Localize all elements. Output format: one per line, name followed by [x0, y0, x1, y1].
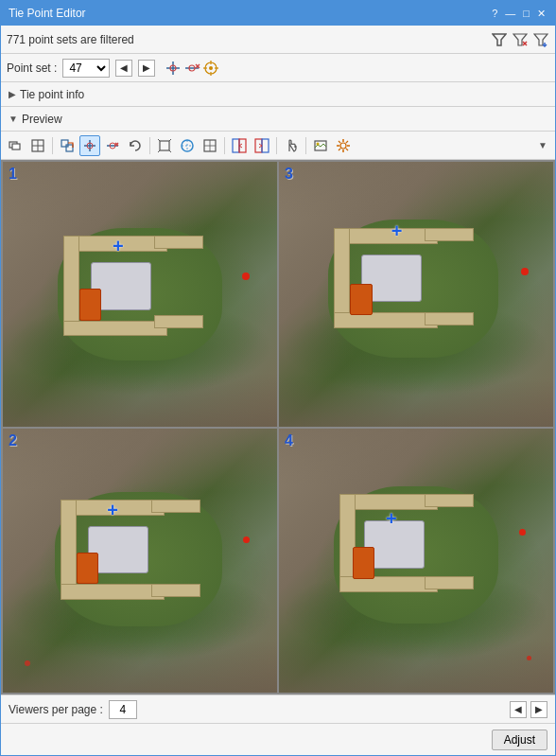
tie-point-info-label: Tie point info: [20, 88, 84, 101]
tie-point-info-arrow: ▶: [9, 89, 16, 99]
preview-toolbar: ▼: [1, 132, 555, 160]
svg-point-45: [317, 142, 320, 145]
next-page-button[interactable]: ▶: [530, 701, 547, 718]
grid-tool-svg: [30, 138, 45, 153]
filter-status-text: 771 point sets are filtered: [7, 33, 487, 46]
add-point-svg: [165, 60, 182, 77]
window-controls: ? — □ ✕: [490, 8, 547, 20]
expand-left-svg: [232, 138, 247, 153]
remove-point-icon[interactable]: [183, 60, 200, 77]
preview-settings-tool[interactable]: [333, 135, 354, 156]
image-number-4: 4: [285, 432, 293, 449]
svg-line-54: [339, 148, 340, 149]
next-point-set-button[interactable]: ▶: [138, 60, 155, 77]
preview-add-point-tool[interactable]: [79, 135, 100, 156]
toolbar-separator-5: [305, 137, 306, 154]
collapse-preview-btn[interactable]: ▼: [538, 140, 551, 150]
add-point-tool-svg: [82, 138, 97, 153]
photo-bg-2: [3, 429, 277, 694]
gravel-bottom-1: [3, 374, 277, 427]
viewers-per-page-input[interactable]: [109, 700, 137, 719]
red-dot-1: [242, 273, 250, 280]
gravel-top-1: [3, 162, 277, 228]
plank-4d: [425, 494, 474, 507]
preview-zoom-tool[interactable]: [57, 135, 78, 156]
move-tool-svg: [8, 138, 23, 153]
photo-bg-1: [3, 162, 277, 427]
filter-arrow-svg-icon: [533, 32, 548, 47]
preview-expand-left-tool[interactable]: [229, 135, 250, 156]
preview-move-tool[interactable]: [5, 135, 26, 156]
remove-point-svg: [183, 60, 200, 77]
preview-image-tool[interactable]: [310, 135, 331, 156]
image-panel-4[interactable]: 4 +: [279, 429, 553, 694]
filter-icon[interactable]: [491, 31, 508, 48]
orange-2: [77, 553, 98, 585]
expand-right-svg: [254, 138, 269, 153]
help-button[interactable]: ?: [490, 8, 499, 20]
point-set-select[interactable]: 47: [62, 59, 110, 78]
preview-undo-tool[interactable]: [125, 135, 146, 156]
point-set-actions: [165, 60, 219, 77]
remove-point-tool-svg: [105, 138, 120, 153]
preview-remove-point-tool[interactable]: [102, 135, 123, 156]
svg-rect-43: [262, 139, 269, 152]
main-window: Tie Point Editor ? — □ ✕ 771 point sets …: [0, 0, 556, 756]
image-panel-3[interactable]: 3 +: [279, 162, 553, 427]
plank-4e: [425, 576, 474, 589]
image-panel-1[interactable]: 1 +: [3, 162, 277, 427]
plank-2b: [61, 500, 77, 592]
image-panel-2[interactable]: 2 +: [3, 429, 277, 694]
target-icon[interactable]: [202, 60, 219, 77]
maximize-button[interactable]: □: [521, 8, 531, 20]
preview-expand-right-tool[interactable]: [252, 135, 272, 156]
crosshair-4: +: [386, 507, 397, 529]
plank-3e: [425, 312, 474, 325]
svg-rect-20: [12, 144, 20, 149]
adjust-row: Adjust: [1, 723, 555, 755]
plank-3b: [334, 228, 350, 321]
close-button[interactable]: ✕: [535, 8, 547, 20]
minimize-button[interactable]: —: [503, 8, 517, 20]
filter-toolbar: 771 point sets are filtered: [1, 26, 555, 54]
toolbar-separator-4: [276, 137, 277, 154]
orange-1: [79, 289, 101, 321]
svg-point-14: [209, 66, 213, 70]
preview-circle-tool[interactable]: [177, 135, 198, 156]
gravel-bottom-2: [3, 640, 277, 693]
gravel-top-3: [279, 162, 553, 220]
preview-fit-tool[interactable]: [154, 135, 175, 156]
gravel-bottom-4: [279, 640, 553, 693]
adjust-button[interactable]: Adjust: [492, 730, 547, 750]
filter-arrow-icon[interactable]: [532, 31, 549, 48]
toolbar-separator-3: [224, 137, 225, 154]
plank-2d: [151, 500, 200, 513]
svg-rect-42: [255, 139, 262, 152]
red-dot-2: [243, 536, 250, 543]
add-point-icon[interactable]: [165, 60, 182, 77]
plank-2e: [151, 584, 200, 597]
page-nav-controls: ◀ ▶: [510, 701, 547, 718]
preview-arrow: ▼: [9, 114, 18, 124]
svg-line-53: [346, 141, 348, 143]
crosshair-1: +: [113, 236, 124, 257]
title-bar: Tie Point Editor ? — □ ✕: [1, 1, 555, 26]
preview-hand-tool[interactable]: [281, 135, 302, 156]
svg-marker-4: [534, 34, 547, 45]
preview-label: Preview: [22, 113, 62, 126]
target-svg: [202, 60, 219, 77]
prev-point-set-button[interactable]: ◀: [115, 60, 132, 77]
tie-point-info-header[interactable]: ▶ Tie point info: [1, 82, 555, 107]
preview-grid-tool[interactable]: [27, 135, 48, 156]
preview-header[interactable]: ▼ Preview: [1, 107, 555, 132]
filter-svg-icon: [492, 32, 507, 47]
preview-crosshair-tool[interactable]: [200, 135, 220, 156]
prev-page-button[interactable]: ◀: [510, 701, 527, 718]
filter-x-icon[interactable]: [512, 31, 529, 48]
svg-marker-0: [493, 34, 506, 45]
plank-1e: [154, 315, 203, 328]
plank-1b: [63, 236, 79, 328]
point-set-label: Point set :: [7, 62, 57, 75]
orange-4: [353, 547, 374, 579]
image-tool-svg: [313, 138, 328, 153]
